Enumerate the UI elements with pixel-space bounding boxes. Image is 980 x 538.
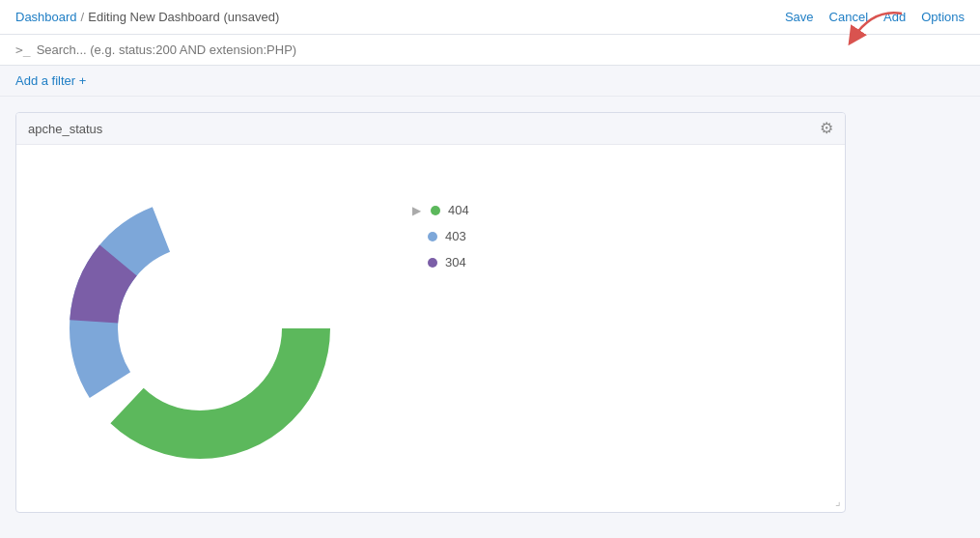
- breadcrumb-separator: /: [81, 10, 85, 24]
- add-button[interactable]: Add: [883, 10, 906, 24]
- save-button[interactable]: Save: [785, 10, 814, 24]
- legend-dot-403: [428, 232, 437, 241]
- donut-inner-hole: [119, 247, 281, 410]
- header-actions: Save Cancel Add Options: [785, 10, 965, 24]
- add-filter-button[interactable]: Add a filter +: [15, 73, 86, 88]
- legend-label-304: 304: [445, 255, 466, 269]
- legend-item-304: 304: [412, 255, 469, 269]
- widget-settings-button[interactable]: ⚙: [820, 121, 833, 136]
- donut-svg: [45, 174, 354, 483]
- legend-arrow-icon: ▶: [412, 204, 421, 217]
- search-input-wrapper: >_: [15, 42, 965, 57]
- legend-dot-304: [428, 258, 437, 268]
- search-input[interactable]: [37, 42, 965, 57]
- breadcrumb-dashboard-link[interactable]: Dashboard: [15, 10, 77, 24]
- legend-item-403: 403: [412, 229, 469, 243]
- widget-body: ▶ 404 403 304: [16, 145, 845, 512]
- widget-title: apche_status: [28, 122, 102, 136]
- options-button[interactable]: Options: [921, 10, 965, 24]
- cancel-button[interactable]: Cancel: [829, 10, 868, 24]
- legend-dot-404: [431, 206, 440, 215]
- widget-header: apche_status ⚙: [16, 113, 845, 145]
- search-bar: >_: [0, 35, 980, 66]
- header-bar: Dashboard / Editing New Dashboard (unsav…: [0, 0, 980, 35]
- breadcrumb-current: Editing New Dashboard (unsaved): [88, 10, 279, 24]
- main-content: apche_status ⚙: [0, 97, 980, 528]
- breadcrumb: Dashboard / Editing New Dashboard (unsav…: [15, 10, 279, 24]
- legend-label-404: 404: [448, 203, 469, 217]
- legend-item-404: ▶ 404: [412, 203, 469, 217]
- filter-bar: Add a filter +: [0, 66, 980, 97]
- resize-handle[interactable]: ⌟: [835, 495, 841, 508]
- chart-legend: ▶ 404 403 304: [412, 203, 469, 269]
- donut-chart: [45, 174, 354, 483]
- legend-label-403: 403: [445, 229, 466, 243]
- widget-card: apche_status ⚙: [15, 112, 846, 513]
- cli-prompt-icon: >_: [15, 42, 31, 57]
